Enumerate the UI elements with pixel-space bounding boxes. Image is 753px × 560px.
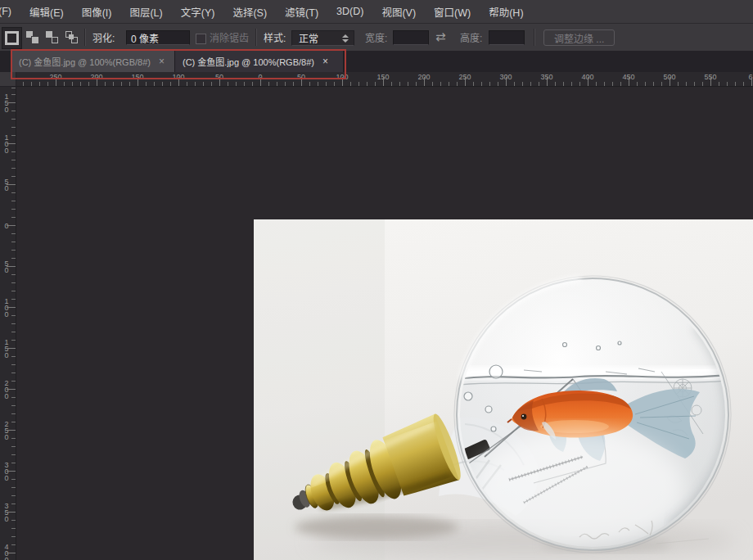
- ruler-label: 100: [2, 133, 10, 153]
- ruler-label: 50: [297, 73, 305, 81]
- add-to-selection-button[interactable]: [24, 29, 40, 45]
- style-dropdown[interactable]: 正常: [291, 30, 354, 46]
- ruler-label: 50: [2, 178, 10, 191]
- vertical-ruler[interactable]: 150 100 50 0 50 100 150 200 250 300 350 …: [0, 87, 16, 560]
- ruler-label: 0: [2, 222, 10, 228]
- document-tab-inactive[interactable]: (C) 金鱼图.jpg @ 100%(RGB/8#) ×: [11, 51, 175, 72]
- horizontal-ruler[interactable]: 250 200 150 100 50 0 50 100 150 200 250 …: [16, 72, 753, 87]
- ruler-label: 0: [258, 73, 262, 81]
- new-selection-button[interactable]: [2, 27, 22, 49]
- ruler-label: 150: [131, 73, 143, 81]
- menu-item-3d[interactable]: 3D(D): [327, 6, 372, 17]
- menu-item-view[interactable]: 视图(V): [372, 4, 425, 20]
- ruler-label: 200: [90, 73, 102, 81]
- feather-input[interactable]: [126, 30, 190, 45]
- height-input[interactable]: [489, 30, 525, 45]
- ruler-label: 400: [581, 73, 593, 81]
- ruler-label: 50: [2, 260, 10, 273]
- ruler-label: 100: [336, 73, 348, 81]
- antialias-checkbox[interactable]: [196, 34, 206, 44]
- ruler-label: 350: [2, 502, 10, 522]
- menu-bar: (F) 编辑(E) 图像(I) 图层(L) 文字(Y) 选择(S) 滤镜(T) …: [0, 0, 753, 24]
- options-divider: [255, 29, 256, 46]
- ruler-label: 250: [2, 420, 10, 440]
- options-divider: [534, 29, 534, 46]
- close-icon[interactable]: ×: [322, 56, 328, 66]
- menu-item-type[interactable]: 文字(Y): [172, 4, 224, 20]
- menu-item-layer[interactable]: 图层(L): [120, 4, 171, 20]
- document-tab-bar: (C) 金鱼图.jpg @ 100%(RGB/8#) × (C) 金鱼图.jpg…: [0, 51, 753, 72]
- menu-item-edit[interactable]: 编辑(E): [20, 4, 73, 20]
- ruler-label: 400: [2, 543, 10, 560]
- ruler-label: 150: [2, 93, 10, 112]
- photoshop-window: (F) 编辑(E) 图像(I) 图层(L) 文字(Y) 选择(S) 滤镜(T) …: [0, 0, 753, 560]
- options-bar: 羽化: 消除锯齿 样式: 正常 宽度: ⇄ 高度: 调整边缘 ...: [0, 24, 753, 52]
- intersect-selection-icon: [65, 31, 78, 43]
- menu-item-file[interactable]: (F): [0, 6, 20, 17]
- options-divider: [84, 29, 85, 46]
- ruler-label: 500: [663, 73, 675, 81]
- stepper-arrows-icon: [342, 34, 349, 43]
- ruler-label: 550: [704, 73, 716, 81]
- ruler-label: 300: [2, 461, 10, 481]
- tab-title: (C) 金鱼图.jpg @ 100%(RGB/8#): [11, 55, 151, 68]
- subtract-from-selection-icon: [46, 31, 58, 43]
- ruler-label: 150: [2, 338, 10, 358]
- refine-edge-button[interactable]: 调整边缘 ...: [543, 29, 615, 46]
- document-tab-active[interactable]: (C) 金鱼图.jpg @ 100%(RGB/8#) ×: [175, 51, 344, 72]
- subtract-from-selection-button[interactable]: [43, 29, 60, 45]
- ruler-label: 150: [376, 73, 389, 81]
- menu-item-image[interactable]: 图像(I): [73, 4, 121, 20]
- menu-item-help[interactable]: 帮助(H): [480, 4, 532, 20]
- ruler-label: 250: [458, 73, 471, 81]
- close-icon[interactable]: ×: [159, 56, 165, 66]
- style-value: 正常: [292, 31, 342, 45]
- add-to-selection-icon: [26, 31, 38, 43]
- ruler-label: 200: [417, 73, 430, 81]
- ruler-label: 100: [2, 297, 10, 317]
- width-input[interactable]: [393, 30, 429, 45]
- ruler-label: 6: [748, 73, 752, 81]
- menu-item-filter[interactable]: 滤镜(T): [276, 4, 327, 20]
- feather-label: 羽化:: [92, 30, 115, 44]
- menu-item-select[interactable]: 选择(S): [223, 4, 276, 20]
- height-label: 高度:: [460, 30, 482, 44]
- tab-title: (C) 金鱼图.jpg @ 100%(RGB/8#): [175, 55, 314, 68]
- width-label: 宽度:: [365, 30, 387, 44]
- intersect-selection-button[interactable]: [63, 29, 79, 45]
- ruler-origin-corner[interactable]: [0, 72, 16, 87]
- swap-width-height-icon[interactable]: ⇄: [435, 29, 446, 45]
- antialias-label: 消除锯齿: [210, 30, 249, 44]
- rectangular-marquee-icon: [5, 31, 19, 45]
- menu-item-window[interactable]: 窗口(W): [425, 4, 480, 20]
- ruler-label: 250: [49, 73, 61, 81]
- ruler-label: 200: [2, 379, 10, 399]
- ruler-label: 350: [540, 73, 552, 81]
- document-image-goldfish-bulb[interactable]: [254, 219, 753, 560]
- style-label: 样式:: [264, 30, 286, 44]
- ruler-label: 50: [215, 73, 223, 81]
- ruler-label: 450: [622, 73, 634, 81]
- ruler-label: 100: [172, 73, 184, 81]
- ruler-label: 300: [499, 73, 512, 81]
